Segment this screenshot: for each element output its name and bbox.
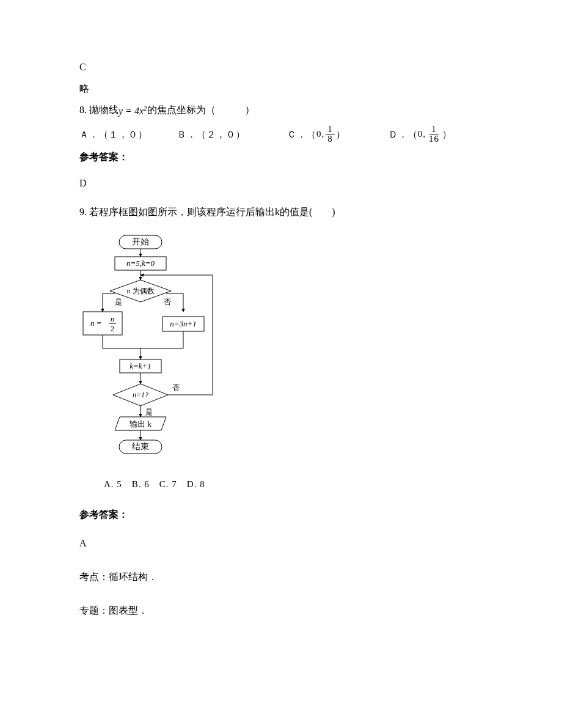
q9-options: A. 5 B. 6 C. 7 D. 8: [104, 476, 495, 493]
q8-c-frac: 18: [326, 125, 335, 145]
q9-ref-label: 参考答案：: [79, 506, 495, 524]
q8-eq-sign: =: [123, 106, 134, 116]
flow-start: 开始: [132, 237, 149, 246]
q8-answer: D: [79, 175, 495, 193]
q8-d-frac: 116: [427, 125, 441, 145]
q8-options: Ａ．（１，０） Ｂ．（２，０） Ｃ．（ 0,18 ） Ｄ．（ 0,116 ）: [79, 125, 495, 145]
q8-d-den: 16: [427, 134, 441, 144]
q8-ref-label: 参考答案：: [79, 149, 495, 166]
q9-topic: 考点：循环结构．: [79, 568, 495, 586]
q8-x: x: [139, 106, 144, 116]
q8-c-zero: 0,: [316, 128, 324, 138]
q8-opt-c: Ｃ．（ 0,18 ）: [287, 125, 346, 145]
flowchart-svg: 开始 n=5,k=0 n 为偶数 是 否 n = n 2 n=3n+1 k=k+…: [79, 232, 220, 465]
flow-cond2: n=1?: [133, 391, 148, 399]
flow-no-2: 否: [172, 383, 180, 392]
q8-c-prefix: Ｃ．（: [287, 127, 316, 143]
flow-init: n=5,k=0: [126, 259, 155, 268]
q8-c-suffix: ）: [336, 127, 346, 143]
q8-opt-a: Ａ．（１，０）: [79, 127, 177, 143]
flow-left-den: 2: [111, 325, 114, 333]
flow-output: 输出 k: [130, 419, 151, 428]
q8-opt-b: Ｂ．（２，０）: [177, 127, 287, 143]
flow-yes-1: 是: [115, 298, 122, 306]
q8-pow: 2: [144, 105, 147, 112]
q8-coef: 4: [134, 106, 139, 116]
q8-prefix: 8. 抛物线: [79, 101, 119, 119]
prev-omit: 略: [79, 80, 495, 98]
q8-c-num: 1: [326, 125, 335, 135]
q8-opt-d: Ｄ．（ 0,116 ）: [389, 125, 452, 145]
q8-c-den: 8: [326, 134, 335, 144]
q8-d-suffix: ）: [442, 127, 452, 143]
q9-stem: 9. 若程序框图如图所示，则该程序运行后输出k的值是( ): [79, 204, 495, 221]
flow-yes-2: 是: [145, 408, 153, 416]
q8-d-num: 1: [429, 125, 439, 135]
q8-d-prefix: Ｄ．（: [389, 127, 418, 143]
q9-special: 专题：图表型．: [79, 602, 495, 620]
flow-no-1: 否: [164, 298, 171, 306]
flow-right: n=3n+1: [170, 319, 197, 328]
flow-left-num: n: [111, 315, 114, 323]
q8-d-zero: 0,: [418, 128, 426, 138]
svg-rect-9: [83, 312, 122, 335]
prev-answer-c: C: [79, 59, 495, 76]
flow-cond1: n 为偶数: [127, 287, 155, 295]
flow-left-lhs: n =: [90, 318, 102, 328]
q8-equation: y = 4x2: [119, 103, 147, 120]
flow-end: 结束: [132, 442, 149, 451]
q8-stem: 8. 抛物线 y = 4x2 的焦点坐标为（ ）: [79, 101, 495, 119]
q9-answer: A: [79, 535, 495, 553]
q9-flowchart: 开始 n=5,k=0 n 为偶数 是 否 n = n 2 n=3n+1 k=k+…: [79, 232, 495, 471]
flow-kinc: k=k+1: [130, 361, 151, 370]
q8-suffix: 的焦点坐标为（ ）: [147, 101, 255, 119]
